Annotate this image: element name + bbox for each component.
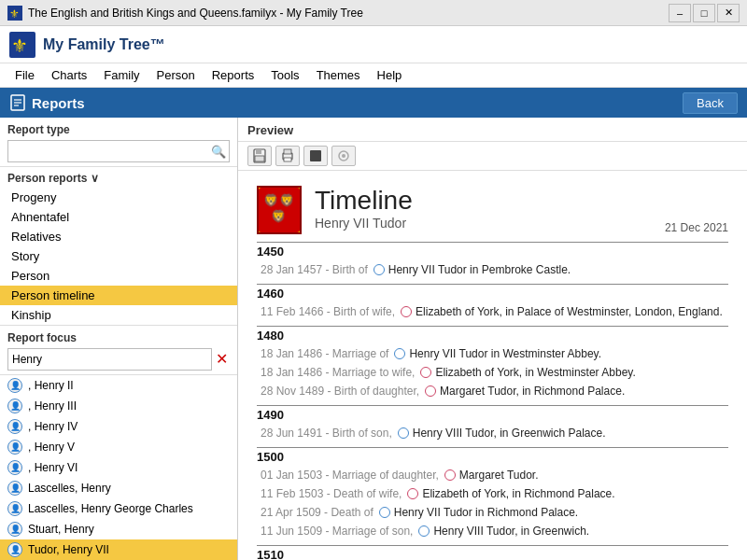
report-list: Person reports ∨ Progeny Ahnentafel Rela… — [0, 167, 237, 326]
svg-text:🦁: 🦁 — [271, 208, 287, 224]
svg-rect-9 — [256, 149, 261, 154]
maximize-button[interactable]: □ — [693, 4, 715, 22]
app-header: ⚜ My Family Tree™ — [0, 26, 747, 63]
person-name: Lascelles, Henry George Charles — [28, 502, 193, 515]
save-toolbar-button[interactable] — [247, 146, 272, 166]
menu-reports[interactable]: Reports — [204, 66, 262, 84]
close-button[interactable]: ✕ — [717, 4, 740, 22]
reports-title-text: Reports — [32, 95, 85, 111]
male-circle-icon — [374, 264, 385, 275]
reports-header: Reports Back — [0, 88, 747, 118]
menu-bar: File Charts Family Person Reports Tools … — [0, 63, 747, 88]
timeline-header: 🦁 🦁 🦁 Timeline Henry VII Tudor 21 Dec 20… — [257, 186, 728, 234]
options-toolbar-button[interactable] — [331, 146, 356, 166]
preview-content[interactable]: 🦁 🦁 🦁 Timeline Henry VII Tudor 21 Dec 20… — [238, 171, 747, 560]
person-item-tudor-henry-vii[interactable]: 👤 Tudor, Henry VII — [0, 539, 237, 560]
report-item-person-timeline[interactable]: Person timeline — [0, 286, 237, 305]
person-name: Lascelles, Henry — [28, 482, 111, 495]
timeline-event: 28 Jan 1457 - Birth of Henry VII Tudor i… — [257, 261, 728, 278]
menu-tools[interactable]: Tools — [263, 66, 306, 84]
person-item-henry-iv[interactable]: 👤 , Henry IV — [0, 416, 237, 437]
person-icon-male: 👤 — [7, 501, 22, 516]
options-icon — [336, 148, 351, 163]
year-1480: 1480 — [257, 326, 728, 343]
save-icon — [252, 148, 267, 163]
report-item-person[interactable]: Person — [0, 266, 237, 286]
person-icon-male: 👤 — [7, 378, 22, 393]
app-icon: ⚜ — [7, 6, 22, 21]
report-item-ahnentafel[interactable]: Ahnentafel — [0, 207, 237, 227]
timeline-subtitle: Henry VII Tudor — [315, 216, 652, 231]
report-item-story[interactable]: Story — [0, 246, 237, 266]
timeline-event: 28 Jun 1491 - Birth of son, Henry VIII T… — [257, 425, 728, 441]
female-circle-icon — [401, 306, 412, 317]
year-1490: 1490 — [257, 405, 728, 422]
male-circle-icon — [398, 427, 409, 439]
person-item-henry-ii[interactable]: 👤 , Henry II — [0, 375, 237, 396]
title-bar-text: The English and British Kings and Queens… — [28, 7, 363, 20]
timeline-event: 11 Feb 1466 - Birth of wife, Elizabeth o… — [257, 303, 728, 320]
person-icon-male: 👤 — [7, 522, 22, 537]
menu-file[interactable]: File — [7, 66, 42, 84]
timeline-event: 11 Jun 1509 - Marriage of son, Henry VII… — [257, 523, 728, 539]
export-toolbar-button[interactable] — [303, 146, 328, 166]
clear-focus-button[interactable]: ✕ — [214, 352, 230, 367]
search-icon: 🔍 — [211, 145, 226, 159]
svg-text:⚜: ⚜ — [9, 7, 20, 21]
report-type-label: Report type — [7, 123, 230, 136]
timeline-title-block: Timeline Henry VII Tudor — [315, 186, 652, 231]
timeline-event: 11 Feb 1503 - Death of wife, Elizabeth o… — [257, 485, 728, 502]
year-1460: 1460 — [257, 284, 728, 301]
female-circle-icon — [420, 367, 431, 378]
report-item-kinship[interactable]: Kinship — [0, 305, 237, 325]
menu-themes[interactable]: Themes — [309, 66, 368, 84]
export-icon — [308, 148, 323, 163]
report-focus-section: Report focus ✕ — [0, 326, 237, 375]
menu-person[interactable]: Person — [149, 66, 203, 84]
preview-toolbar — [238, 142, 747, 171]
female-circle-icon — [444, 469, 456, 481]
male-circle-icon — [379, 507, 390, 518]
timeline-date: 21 Dec 2021 — [665, 221, 728, 234]
male-circle-icon — [394, 348, 405, 359]
person-item-henry-iii[interactable]: 👤 , Henry III — [0, 396, 237, 416]
right-panel: Preview — [238, 118, 747, 560]
person-icon-male: 👤 — [7, 481, 22, 496]
person-icon-male: 👤 — [7, 460, 22, 475]
preview-header: Preview — [238, 118, 747, 142]
person-item-henry-v[interactable]: 👤 , Henry V — [0, 437, 237, 457]
timeline-section-1480: 1480 18 Jan 1486 - Marriage of Henry VII… — [257, 326, 728, 399]
timeline-section-1460: 1460 11 Feb 1466 - Birth of wife, Elizab… — [257, 284, 728, 320]
person-item-stuart-henry[interactable]: 👤 Stuart, Henry — [0, 519, 237, 539]
report-item-progeny[interactable]: Progeny — [0, 188, 237, 207]
timeline-event: 28 Nov 1489 - Birth of daughter, Margare… — [257, 383, 728, 399]
reports-icon — [9, 94, 26, 111]
menu-family[interactable]: Family — [96, 66, 147, 84]
menu-help[interactable]: Help — [370, 66, 410, 84]
person-item-lascelles-henry-george-charles[interactable]: 👤 Lascelles, Henry George Charles — [0, 498, 237, 519]
print-icon — [280, 148, 295, 163]
timeline-section-1450: 1450 28 Jan 1457 - Birth of Henry VII Tu… — [257, 242, 728, 278]
person-item-lascelles-henry[interactable]: 👤 Lascelles, Henry — [0, 478, 237, 498]
minimize-button[interactable]: – — [669, 4, 691, 22]
timeline-main-title: Timeline — [315, 186, 652, 216]
app-title: My Family Tree™ — [43, 36, 165, 53]
timeline-event: 18 Jan 1486 - Marriage of Henry VII Tudo… — [257, 345, 728, 362]
window-controls[interactable]: – □ ✕ — [669, 4, 740, 22]
back-button[interactable]: Back — [683, 92, 738, 114]
report-item-relatives[interactable]: Relatives — [0, 227, 237, 246]
person-item-henry-vi[interactable]: 👤 , Henry VI — [0, 457, 237, 478]
main-content: Report type 🔍 Person reports ∨ Progeny A… — [0, 118, 747, 560]
person-icon-male: 👤 — [7, 542, 22, 557]
title-bar: ⚜ The English and British Kings and Quee… — [0, 0, 747, 26]
print-toolbar-button[interactable] — [275, 146, 300, 166]
year-1450: 1450 — [257, 242, 728, 259]
timeline-section-1500: 1500 01 Jan 1503 - Marriage of daughter,… — [257, 447, 728, 539]
male-circle-icon — [418, 525, 430, 537]
menu-charts[interactable]: Charts — [44, 66, 94, 84]
person-icon-male: 👤 — [7, 419, 22, 434]
timeline-section-1490: 1490 28 Jun 1491 - Birth of son, Henry V… — [257, 405, 728, 441]
report-search-input[interactable] — [7, 140, 230, 162]
report-group-header[interactable]: Person reports ∨ — [0, 169, 237, 188]
focus-input[interactable] — [7, 348, 212, 371]
